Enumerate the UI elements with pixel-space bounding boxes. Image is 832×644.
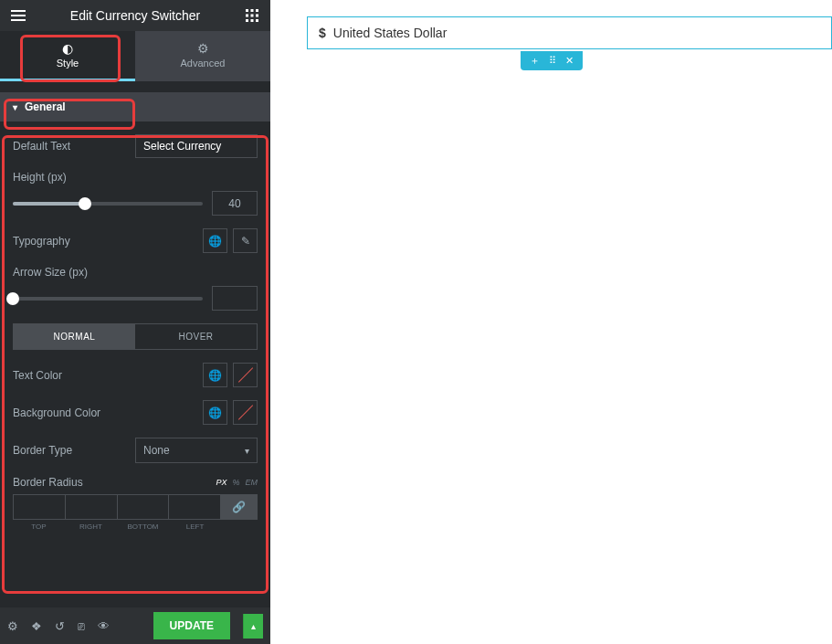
slider-thumb[interactable] — [79, 197, 91, 210]
controls-body: Default Text Height (px) Typography 🌐 ✎ … — [0, 121, 270, 607]
unit-switcher[interactable]: PX % EM — [216, 478, 258, 487]
panel-footer: ⚙ ❖ ↺ ⎚ 👁 UPDATE ▴ — [0, 607, 270, 644]
section-toolbar: ＋ ⠿ ✕ — [521, 51, 583, 70]
history-icon[interactable]: ↺ — [55, 619, 65, 633]
apps-icon[interactable] — [243, 6, 261, 25]
radius-top[interactable] — [14, 495, 66, 519]
color-swatch-empty[interactable] — [233, 363, 258, 387]
svg-rect-3 — [246, 15, 248, 17]
close-section-icon[interactable]: ✕ — [565, 55, 574, 67]
drag-section-icon[interactable]: ⠿ — [549, 55, 556, 67]
control-border-radius: Border Radius PX % EM 🔗 TOP RIGHT BOTTOM… — [13, 476, 258, 531]
currency-switcher-widget[interactable]: $ United States Dollar — [307, 16, 832, 49]
globe-icon[interactable]: 🌐 — [203, 363, 227, 387]
tab-label: Style — [57, 58, 79, 69]
section-general[interactable]: ▾ General — [0, 92, 270, 121]
height-slider[interactable] — [13, 202, 203, 206]
panel-header: Edit Currency Switcher — [0, 0, 270, 31]
gear-icon: ⚙ — [197, 41, 209, 56]
preview-icon[interactable]: 👁 — [98, 619, 110, 633]
currency-name: United States Dollar — [333, 26, 448, 40]
panel-tabs: ◐ Style ⚙ Advanced — [0, 31, 270, 81]
control-bg-color: Background Color 🌐 — [13, 400, 258, 425]
radius-left[interactable] — [169, 495, 220, 519]
arrow-value[interactable] — [212, 286, 258, 311]
control-arrow-size: Arrow Size (px) — [13, 266, 258, 311]
label: Text Color — [13, 369, 62, 382]
svg-rect-8 — [256, 19, 258, 22]
border-type-select[interactable]: None — [135, 438, 258, 463]
control-border-type: Border Type None — [13, 438, 258, 463]
arrow-slider[interactable] — [13, 297, 203, 301]
control-typography: Typography 🌐 ✎ — [13, 228, 258, 253]
label: Border Type — [13, 444, 72, 457]
label: Background Color — [13, 406, 100, 419]
update-dropdown[interactable]: ▴ — [243, 614, 263, 639]
label: Arrow Size (px) — [13, 266, 258, 279]
tab-style[interactable]: ◐ Style — [0, 31, 135, 81]
section-label: General — [25, 100, 66, 113]
svg-rect-6 — [246, 19, 248, 22]
radius-right[interactable] — [66, 495, 118, 519]
settings-icon[interactable]: ⚙ — [7, 619, 18, 633]
svg-rect-2 — [256, 9, 258, 12]
label: Height (px) — [13, 171, 258, 184]
radius-bottom[interactable] — [118, 495, 170, 519]
control-text-color: Text Color 🌐 — [13, 363, 258, 387]
preview-area: $ United States Dollar ＋ ⠿ ✕ ⤢ HOME › NE… — [270, 0, 832, 644]
control-height: Height (px) — [13, 171, 258, 216]
height-value[interactable] — [212, 191, 258, 216]
currency-symbol: $ — [319, 26, 326, 40]
state-tabs: NORMAL HOVER — [13, 323, 258, 350]
label: Default Text — [13, 140, 70, 153]
default-text-input[interactable] — [135, 134, 258, 158]
panel-title: Edit Currency Switcher — [70, 8, 200, 23]
label: Typography — [13, 235, 70, 248]
svg-rect-0 — [246, 9, 248, 12]
link-values-button[interactable]: 🔗 — [220, 495, 257, 519]
menu-icon[interactable] — [9, 6, 27, 25]
color-swatch-empty[interactable] — [233, 400, 258, 425]
update-button[interactable]: UPDATE — [153, 612, 230, 639]
style-icon: ◐ — [62, 41, 73, 56]
svg-rect-1 — [250, 9, 253, 12]
slider-thumb[interactable] — [6, 292, 19, 305]
edit-icon[interactable]: ✎ — [233, 228, 258, 253]
svg-rect-4 — [250, 15, 253, 17]
label: Border Radius — [13, 476, 83, 489]
state-normal[interactable]: NORMAL — [14, 324, 135, 349]
editor-panel: Edit Currency Switcher ◐ Style ⚙ Advance… — [0, 0, 270, 644]
control-default-text: Default Text — [13, 134, 258, 158]
tab-advanced[interactable]: ⚙ Advanced — [135, 31, 270, 81]
svg-rect-5 — [256, 15, 258, 17]
state-hover[interactable]: HOVER — [135, 324, 257, 349]
responsive-icon[interactable]: ⎚ — [78, 619, 85, 633]
svg-rect-7 — [250, 19, 253, 22]
navigator-icon[interactable]: ❖ — [31, 619, 42, 633]
caret-down-icon: ▾ — [13, 102, 17, 112]
globe-icon[interactable]: 🌐 — [203, 400, 227, 425]
add-section-icon[interactable]: ＋ — [530, 54, 540, 68]
tab-label: Advanced — [181, 58, 226, 69]
globe-icon[interactable]: 🌐 — [203, 228, 227, 253]
